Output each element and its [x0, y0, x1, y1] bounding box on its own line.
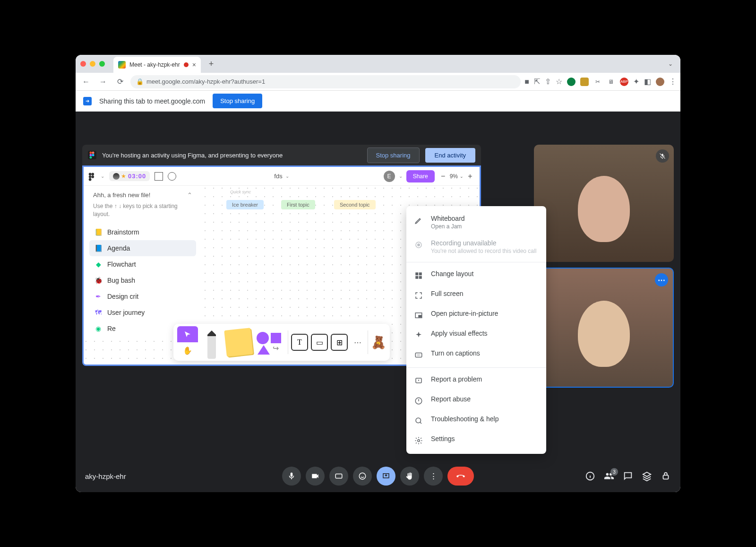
camera-icon[interactable]: ■ — [524, 78, 529, 86]
video-tile-participant-2[interactable]: ⋯ — [534, 268, 674, 388]
template-bugbash[interactable]: 🐞Bug bash — [89, 272, 196, 288]
tool-hand[interactable]: ✋ — [177, 342, 198, 358]
participants-count: 3 — [610, 468, 618, 476]
host-controls-button[interactable] — [661, 471, 671, 481]
tile-more-icon[interactable]: ⋯ — [655, 273, 668, 287]
people-button[interactable]: 3 — [604, 471, 614, 481]
tool-sticky[interactable] — [225, 329, 252, 356]
reload-button[interactable]: ⟳ — [113, 75, 127, 88]
window-close[interactable] — [80, 61, 86, 67]
tab-overflow-icon[interactable]: ⌄ — [665, 61, 676, 67]
zoom-in-button[interactable]: + — [465, 172, 475, 181]
star-icon[interactable]: ☆ — [556, 77, 562, 86]
menu-pip[interactable]: Open picture-in-picture — [406, 305, 546, 325]
tool-text[interactable]: T — [291, 334, 308, 351]
figjam-share-button[interactable]: Share — [406, 170, 435, 182]
menu-report-problem[interactable]: Report a problem — [406, 371, 546, 391]
menu-settings[interactable]: Settings — [406, 430, 546, 450]
doc-title[interactable]: fds ⌄ — [274, 173, 289, 180]
menu-whiteboard[interactable]: WhiteboardOpen a Jam — [406, 210, 546, 234]
menu-visual-effects[interactable]: Apply visual effects — [406, 325, 546, 345]
template-designcrit[interactable]: ✒Design crit — [89, 288, 196, 304]
url-field[interactable]: 🔒 meet.google.com/aky-hzpk-ehr?authuser=… — [130, 75, 521, 88]
template-brainstorm[interactable]: 📒Brainstorm — [89, 224, 196, 240]
extension-scissors-icon[interactable]: ✂ — [593, 78, 602, 86]
svg-rect-17 — [419, 315, 421, 317]
back-button[interactable]: ← — [79, 75, 93, 88]
menu-captions[interactable]: CC Turn on captions — [406, 345, 546, 365]
activity-banner: You're hosting an activity using Figma, … — [82, 145, 481, 165]
window-maximize[interactable] — [99, 61, 105, 67]
zoom-level[interactable]: 9% — [450, 173, 458, 180]
raise-hand-button[interactable] — [400, 467, 419, 486]
activities-button[interactable] — [642, 471, 652, 481]
camera-button[interactable] — [306, 467, 325, 486]
captions-button[interactable] — [329, 467, 348, 486]
zoom-controls: − 9% ⌄ + — [438, 172, 475, 181]
extension-abp-icon[interactable]: ABP — [620, 78, 628, 86]
figma-menu-icon[interactable] — [88, 173, 96, 180]
timer[interactable]: ★ 03:00 — [109, 171, 150, 181]
right-controls: 3 — [585, 471, 671, 481]
extension-yellow-icon[interactable] — [580, 78, 589, 86]
svg-point-7 — [89, 175, 92, 178]
menu-fullscreen[interactable]: Full screen — [406, 285, 546, 305]
tool-shapes[interactable]: ↪ — [255, 328, 285, 356]
chevron-down-icon[interactable]: ⌄ — [460, 174, 464, 179]
profile-avatar[interactable] — [656, 78, 664, 86]
template-userjourney[interactable]: 🗺User journey — [89, 304, 196, 321]
share-icon[interactable]: ⇱ — [534, 77, 540, 86]
user-avatar[interactable]: E — [384, 171, 395, 182]
video-tile-participant-1[interactable] — [534, 145, 674, 262]
extensions-icon[interactable]: ✦ — [633, 77, 639, 86]
tool-table[interactable]: ⊞ — [331, 334, 348, 351]
meet-bottom-bar: aky-hzpk-ehr ⋮ 3 — [76, 460, 680, 492]
tag-secondtopic[interactable]: Second topic — [334, 200, 376, 209]
comment-icon[interactable] — [168, 172, 176, 181]
chevron-down-icon[interactable]: ⌄ — [399, 174, 403, 179]
figma-logo-icon — [88, 151, 96, 159]
chevron-down-icon[interactable]: ⌄ — [101, 174, 104, 179]
template-agenda[interactable]: 📘Agenda — [89, 240, 196, 256]
tool-select[interactable] — [177, 326, 198, 342]
present-button[interactable] — [377, 467, 395, 486]
tool-more-icon[interactable]: ⋯ — [351, 338, 365, 347]
upload-icon[interactable]: ⇧ — [545, 77, 551, 86]
figjam-toolbar-top: ⌄ ★ 03:00 fds ⌄ E ⌄ Share − — [84, 167, 480, 186]
extension-green-icon[interactable] — [567, 78, 576, 86]
svg-point-0 — [90, 152, 92, 154]
close-tab-icon[interactable]: × — [192, 61, 196, 69]
menu-troubleshooting[interactable]: Troubleshooting & help — [406, 410, 546, 430]
chat-button[interactable] — [623, 471, 633, 481]
menu-change-layout[interactable]: Change layout — [406, 265, 546, 285]
new-tab-button[interactable]: + — [205, 57, 218, 70]
end-activity-button[interactable]: End activity — [425, 148, 475, 163]
svg-rect-24 — [335, 474, 342, 478]
tool-pencil[interactable] — [201, 326, 223, 359]
template-flowchart[interactable]: ◆Flowchart — [89, 256, 196, 272]
window-minimize[interactable] — [90, 61, 95, 67]
template-picker: Ahh, a fresh new file! ⌃ Use the ↑ ↓ key… — [84, 186, 202, 340]
browser-menu-icon[interactable]: ⋮ — [669, 77, 677, 86]
collapse-icon[interactable]: ⌃ — [187, 191, 192, 199]
extension-display-icon[interactable]: 🖥 — [607, 78, 615, 86]
browser-tab[interactable]: Meet - aky-hzpk-ehr × — [113, 57, 201, 73]
layout-icon[interactable] — [155, 172, 163, 181]
end-call-button[interactable] — [447, 467, 474, 486]
forward-button[interactable]: → — [96, 75, 110, 88]
info-button[interactable] — [585, 471, 595, 481]
menu-report-abuse[interactable]: Report abuse — [406, 391, 546, 410]
stop-sharing-button[interactable]: Stop sharing — [213, 94, 262, 108]
reactions-button[interactable] — [353, 467, 372, 486]
url-bar: ← → ⟳ 🔒 meet.google.com/aky-hzpk-ehr?aut… — [76, 73, 680, 91]
zoom-out-button[interactable]: − — [438, 172, 448, 181]
tag-firsttopic[interactable]: First topic — [281, 200, 315, 209]
sidepanel-icon[interactable]: ◧ — [644, 77, 651, 86]
mic-button[interactable] — [282, 467, 301, 486]
activity-stop-sharing-button[interactable]: Stop sharing — [367, 148, 420, 163]
tool-section[interactable]: ▭ — [311, 334, 328, 351]
more-button[interactable]: ⋮ — [424, 467, 443, 486]
timer-avatar-icon — [113, 173, 120, 180]
tool-stamp[interactable]: 🧸 — [371, 335, 386, 350]
tag-icebreaker[interactable]: Ice breaker — [226, 200, 264, 209]
